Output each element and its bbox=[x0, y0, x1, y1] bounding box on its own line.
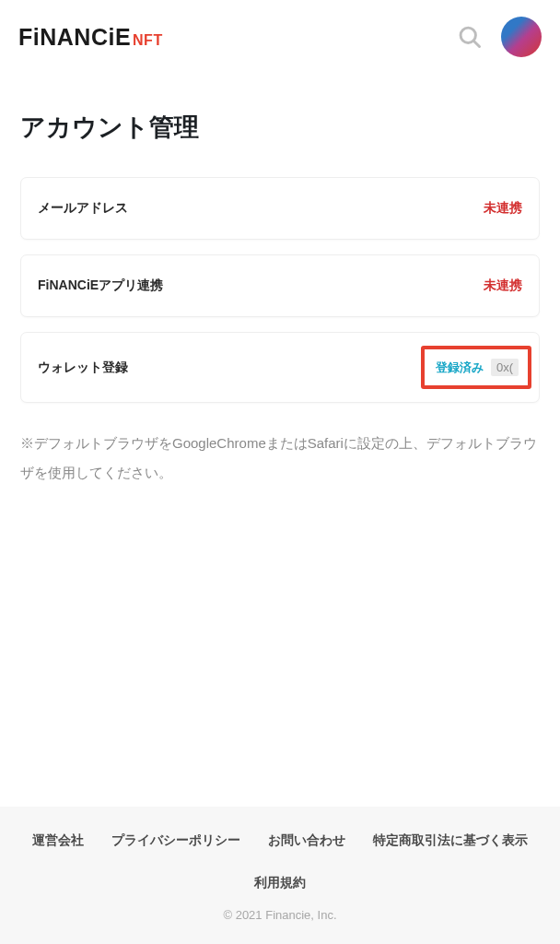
status-badge: 未連携 bbox=[484, 277, 522, 294]
card-app-label: FiNANCiEアプリ連携 bbox=[38, 277, 163, 294]
main: アカウント管理 メールアドレス 未連携 FiNANCiEアプリ連携 未連携 ウォ… bbox=[0, 74, 560, 807]
footer-link-privacy[interactable]: プライバシーポリシー bbox=[111, 832, 240, 849]
browser-note: ※デフォルトブラウザをGoogleChromeまたはSafariに設定の上、デフ… bbox=[20, 429, 540, 487]
status-badge: 登録済み bbox=[436, 360, 484, 376]
search-icon[interactable] bbox=[457, 24, 483, 50]
card-email[interactable]: メールアドレス 未連携 bbox=[20, 177, 540, 240]
page-title: アカウント管理 bbox=[20, 111, 540, 144]
status-badge: 未連携 bbox=[484, 200, 522, 217]
wallet-address: 0x( bbox=[491, 359, 519, 376]
logo-text-main: FiNANCiE bbox=[18, 24, 131, 51]
footer-link-commerce[interactable]: 特定商取引法に基づく表示 bbox=[373, 832, 528, 849]
wallet-status-highlight: 登録済み 0x( bbox=[421, 346, 531, 389]
footer-links: 運営会社 プライバシーポリシー お問い合わせ 特定商取引法に基づく表示 利用規約 bbox=[18, 832, 542, 891]
card-wallet-label: ウォレット登録 bbox=[38, 360, 128, 376]
avatar[interactable] bbox=[501, 17, 542, 57]
card-email-label: メールアドレス bbox=[38, 200, 128, 217]
copyright: © 2021 Financie, Inc. bbox=[18, 908, 542, 922]
footer-link-company[interactable]: 運営会社 bbox=[32, 832, 84, 849]
header-right bbox=[457, 17, 542, 57]
footer-link-contact[interactable]: お問い合わせ bbox=[268, 832, 345, 849]
footer-link-terms[interactable]: 利用規約 bbox=[254, 875, 306, 891]
card-wallet[interactable]: ウォレット登録 登録済み 0x( bbox=[20, 332, 540, 403]
logo-text-sub: NFT bbox=[133, 32, 163, 49]
svg-line-1 bbox=[473, 41, 479, 46]
footer: 運営会社 プライバシーポリシー お問い合わせ 特定商取引法に基づく表示 利用規約… bbox=[0, 807, 560, 944]
header: FiNANCiE NFT bbox=[0, 0, 560, 74]
logo[interactable]: FiNANCiE NFT bbox=[18, 24, 163, 51]
card-app-link[interactable]: FiNANCiEアプリ連携 未連携 bbox=[20, 254, 540, 317]
